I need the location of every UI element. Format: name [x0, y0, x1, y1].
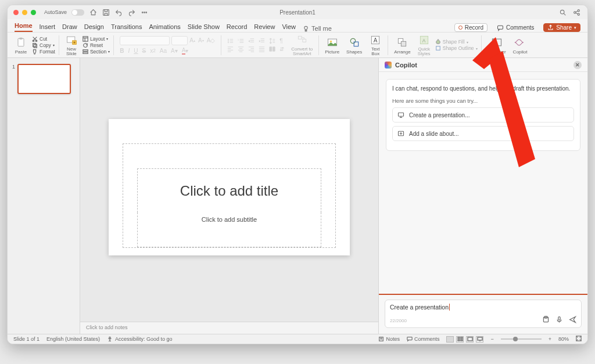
undo-icon[interactable]	[114, 8, 123, 16]
redo-icon[interactable]	[127, 8, 135, 16]
align-center-icon[interactable]	[238, 46, 244, 52]
designer-button[interactable]: Designer	[485, 33, 508, 57]
tab-draw[interactable]: Draw	[62, 23, 77, 32]
text-align-v-icon[interactable]: ⇵	[279, 46, 284, 52]
cut-button[interactable]: Cut	[32, 36, 47, 42]
columns-icon[interactable]	[269, 46, 275, 52]
svg-text:A: A	[374, 37, 378, 44]
title-placeholder[interactable]: Click to add title	[137, 168, 321, 212]
font-size-select[interactable]	[171, 36, 188, 45]
zoom-slider[interactable]	[501, 338, 542, 340]
home-icon[interactable]	[89, 8, 97, 16]
tab-design[interactable]: Design	[84, 23, 104, 32]
copy-button[interactable]: Copy▾	[32, 42, 55, 48]
copilot-input[interactable]: Create a presentation 22/2000	[385, 300, 582, 328]
font-family-select[interactable]	[120, 36, 170, 45]
bullets-icon[interactable]	[227, 38, 234, 44]
shape-fill-button[interactable]: Shape Fill▾	[435, 39, 468, 45]
slide[interactable]: Click to add title Click to add subtitle	[109, 119, 350, 255]
tab-record[interactable]: Record	[227, 23, 247, 32]
subtitle-placeholder[interactable]: Click to add subtitle	[137, 212, 321, 247]
case-icon[interactable]: Aa	[160, 48, 167, 54]
shapes-button[interactable]: Shapes	[344, 33, 364, 57]
more-icon[interactable]	[140, 8, 148, 16]
smartart-button[interactable]: Convert toSmartArt	[289, 33, 315, 57]
underline-icon[interactable]: U	[134, 48, 138, 54]
grow-font-icon[interactable]: A▴	[189, 37, 195, 44]
close-window[interactable]	[13, 10, 19, 15]
copilot-ribbon-button[interactable]: Copilot	[511, 33, 530, 57]
view-slideshow[interactable]	[476, 336, 483, 343]
align-left-icon[interactable]	[227, 46, 234, 52]
clear-format-icon[interactable]: A◇	[207, 37, 216, 44]
textbox-button[interactable]: A TextBox	[367, 33, 384, 57]
arrange-button[interactable]: Arrange	[392, 33, 413, 57]
svg-rect-46	[407, 337, 412, 340]
sub-super-icon[interactable]: x2	[150, 48, 156, 54]
quickstyles-button[interactable]: A QuickStyles	[415, 33, 433, 57]
notes-icon	[378, 336, 384, 342]
search-icon[interactable]	[558, 8, 567, 16]
tab-insert[interactable]: Insert	[40, 23, 56, 32]
zoom-in[interactable]: +	[549, 336, 551, 342]
slide-thumbnail-1[interactable]	[17, 64, 71, 94]
layout-button[interactable]: Layout▾	[83, 36, 109, 42]
tab-animations[interactable]: Animations	[149, 23, 180, 32]
tell-me[interactable]: Tell me	[303, 25, 332, 32]
view-reading[interactable]	[466, 336, 474, 343]
tab-review[interactable]: Review	[254, 23, 275, 32]
save-icon[interactable]	[102, 8, 110, 16]
numbering-icon[interactable]: 1	[238, 38, 244, 44]
mic-icon[interactable]	[555, 315, 563, 326]
indent-inc-icon[interactable]	[259, 38, 265, 44]
bold-icon[interactable]: B	[120, 48, 124, 54]
strike-icon[interactable]: S	[142, 48, 146, 54]
picture-button[interactable]: Picture	[322, 33, 342, 57]
zoom-value[interactable]: 80%	[558, 336, 569, 342]
copilot-panel: Copilot ✕ I can chat, respond to questio…	[378, 58, 587, 334]
comments-button[interactable]: Comments	[493, 24, 537, 32]
tab-home[interactable]: Home	[15, 22, 33, 32]
tab-transitions[interactable]: Transitions	[111, 23, 142, 32]
svg-rect-17	[83, 36, 88, 41]
svg-point-6	[578, 9, 579, 11]
notes-pane[interactable]: Click to add notes	[80, 322, 378, 334]
tab-view[interactable]: View	[282, 23, 296, 32]
align-right-icon[interactable]	[248, 46, 255, 52]
zoom-out[interactable]: −	[490, 336, 493, 342]
attach-icon[interactable]	[542, 315, 550, 326]
paste-group[interactable]: Paste	[12, 33, 30, 57]
copilot-sugg-addslide[interactable]: Add a slide about...	[392, 126, 574, 141]
slide-canvas-area[interactable]: Click to add title Click to add subtitle	[80, 58, 378, 322]
tab-slideshow[interactable]: Slide Show	[188, 23, 220, 32]
font-color-icon[interactable]: A▾	[182, 47, 189, 55]
indent-dec-icon[interactable]	[248, 38, 255, 44]
share-link-icon[interactable]	[572, 8, 580, 16]
reset-button[interactable]: Reset	[83, 42, 103, 48]
status-notes[interactable]: Notes	[378, 336, 400, 342]
fit-window-icon[interactable]	[576, 336, 582, 343]
format-painter[interactable]: Format	[32, 49, 55, 55]
linespace-icon[interactable]	[269, 38, 275, 44]
textdir-icon[interactable]: ¶	[279, 38, 282, 44]
justify-icon[interactable]	[259, 46, 265, 52]
new-slide-button[interactable]: NewSlide	[63, 33, 80, 57]
zoom-window[interactable]	[31, 10, 36, 15]
section-button[interactable]: Section▾	[83, 49, 110, 55]
shrink-font-icon[interactable]: A▾	[198, 37, 204, 44]
status-accessibility[interactable]: Accessibility: Good to go	[107, 336, 173, 342]
view-sorter[interactable]	[456, 336, 464, 343]
highlight-icon[interactable]: A▾	[171, 48, 178, 54]
copilot-sugg-create[interactable]: Create a presentation...	[392, 107, 574, 122]
minimize-window[interactable]	[22, 10, 27, 15]
shape-outline-button[interactable]: Shape Outline▾	[435, 45, 478, 51]
copilot-close-button[interactable]: ✕	[574, 61, 582, 69]
autosave-toggle[interactable]	[71, 9, 84, 16]
status-lang[interactable]: English (United States)	[46, 336, 100, 342]
view-normal[interactable]	[446, 336, 454, 343]
status-comments[interactable]: Comments	[407, 336, 440, 342]
italic-icon[interactable]: I	[128, 48, 130, 54]
share-button[interactable]: Share▾	[543, 23, 580, 32]
record-button[interactable]: Record	[454, 23, 488, 32]
send-icon[interactable]	[569, 315, 576, 326]
